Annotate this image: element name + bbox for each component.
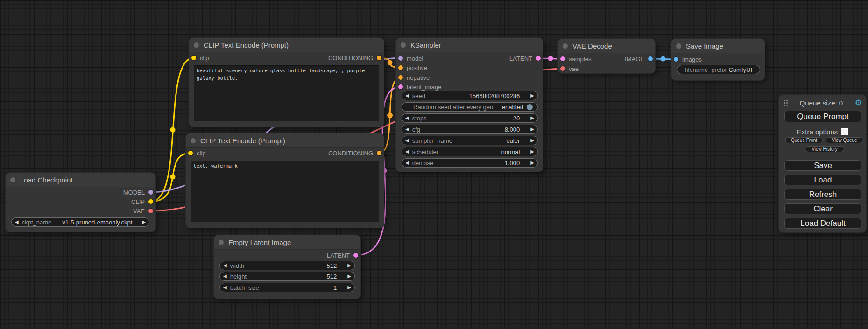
extra-options-checkbox[interactable] bbox=[841, 128, 848, 135]
input-port-negative[interactable]: negative bbox=[398, 74, 430, 81]
conditioning-port-icon[interactable] bbox=[377, 151, 381, 155]
node-title-bar[interactable]: CLIP Text Encode (Prompt) bbox=[186, 133, 384, 148]
clip-port-icon[interactable] bbox=[188, 151, 193, 155]
decrement-arrow-icon[interactable]: ◀ bbox=[402, 93, 412, 98]
seed-widget[interactable]: ◀ seed 156680208700286 ▶ bbox=[402, 91, 538, 100]
clip-port-icon[interactable] bbox=[191, 56, 196, 60]
decrement-arrow-icon[interactable]: ◀ bbox=[220, 274, 230, 279]
input-port-latent-image[interactable]: latent_image bbox=[398, 84, 441, 90]
settings-gear-icon[interactable]: ⚙ bbox=[855, 98, 862, 108]
input-port-positive[interactable]: positive bbox=[398, 64, 427, 71]
refresh-button[interactable]: Refresh bbox=[784, 189, 861, 200]
decrement-arrow-icon[interactable]: ◀ bbox=[402, 127, 412, 132]
widget-label: denoise bbox=[412, 160, 434, 167]
queue-front-button[interactable]: Queue Front bbox=[785, 137, 823, 143]
save-button[interactable]: Save bbox=[784, 160, 861, 171]
queue-prompt-button[interactable]: Queue Prompt bbox=[784, 111, 861, 122]
view-queue-button[interactable]: View Queue bbox=[826, 137, 863, 143]
input-port-clip[interactable]: clip bbox=[191, 55, 209, 61]
input-port-clip[interactable]: clip bbox=[188, 150, 206, 156]
view-history-button[interactable]: View History bbox=[805, 146, 844, 152]
node-title-bar[interactable]: Save Image bbox=[671, 39, 765, 53]
node-title-bar[interactable]: CLIP Text Encode (Prompt) bbox=[189, 38, 384, 52]
latent-port-icon[interactable] bbox=[536, 56, 541, 61]
decrement-arrow-icon[interactable]: ◀ bbox=[220, 285, 230, 290]
ckpt-name-widget[interactable]: ◀ ckpt_name v1-5-pruned-emaonly.ckpt ▶ bbox=[11, 217, 149, 227]
widget-label: filename_prefix bbox=[685, 66, 726, 73]
node-graph-canvas[interactable]: Load Checkpoint MODEL CLIP VAE ◀ ckpt_na… bbox=[0, 0, 868, 329]
prompt-textarea[interactable]: text, watermark bbox=[191, 161, 379, 222]
denoise-widget[interactable]: ◀ denoise 1.000 ▶ bbox=[402, 158, 538, 168]
node-title-bar[interactable]: Load Checkpoint bbox=[6, 173, 155, 187]
widget-label: sampler_name bbox=[412, 137, 452, 144]
increment-arrow-icon[interactable]: ▶ bbox=[527, 149, 537, 154]
conditioning-port-icon[interactable] bbox=[377, 56, 381, 60]
vae-port-icon[interactable] bbox=[148, 209, 153, 213]
cfg-widget[interactable]: ◀ cfg 8.000 ▶ bbox=[402, 125, 538, 134]
vae-port-icon[interactable] bbox=[560, 66, 565, 71]
clear-button[interactable]: Clear bbox=[784, 203, 861, 214]
increment-arrow-icon[interactable]: ▶ bbox=[527, 138, 537, 143]
latent-port-icon[interactable] bbox=[353, 253, 358, 258]
drag-handle-icon[interactable] bbox=[783, 99, 788, 106]
conditioning-port-icon[interactable] bbox=[398, 75, 403, 80]
node-title-bar[interactable]: VAE Decode bbox=[558, 39, 655, 53]
toggle-on-icon[interactable] bbox=[527, 104, 533, 110]
output-port-conditioning[interactable]: CONDITIONING bbox=[328, 55, 381, 61]
collapse-dot-icon[interactable] bbox=[676, 43, 681, 49]
node-title-bar[interactable]: KSampler bbox=[396, 38, 543, 52]
input-port-model[interactable]: model bbox=[398, 55, 423, 62]
filename-prefix-widget[interactable]: filename_prefix ComfyUI bbox=[677, 65, 760, 74]
output-port-vae[interactable]: VAE bbox=[83, 208, 153, 214]
model-port-icon[interactable] bbox=[148, 190, 153, 195]
output-port-latent[interactable]: LATENT bbox=[509, 55, 541, 62]
decrement-arrow-icon[interactable]: ◀ bbox=[220, 263, 230, 268]
random-seed-widget[interactable]: Random seed after every gen enabled bbox=[402, 102, 538, 112]
increment-arrow-icon[interactable]: ▶ bbox=[527, 161, 537, 165]
output-port-model[interactable]: MODEL bbox=[83, 189, 153, 196]
input-port-vae[interactable]: vae bbox=[560, 65, 579, 72]
port-label: clip bbox=[200, 55, 209, 62]
model-port-icon[interactable] bbox=[398, 56, 403, 61]
input-port-samples[interactable]: samples bbox=[560, 56, 591, 62]
latent-port-icon[interactable] bbox=[560, 56, 565, 61]
width-widget[interactable]: ◀ width 512 ▶ bbox=[219, 261, 355, 270]
output-port-conditioning[interactable]: CONDITIONING bbox=[328, 150, 381, 156]
increment-arrow-icon[interactable]: ▶ bbox=[527, 93, 537, 98]
decrement-arrow-icon[interactable]: ◀ bbox=[402, 161, 412, 165]
output-port-image[interactable]: IMAGE bbox=[625, 56, 653, 62]
height-widget[interactable]: ◀ height 512 ▶ bbox=[219, 272, 355, 281]
collapse-dot-icon[interactable] bbox=[219, 240, 224, 245]
batch-size-widget[interactable]: ◀ batch_size 1 ▶ bbox=[219, 283, 355, 292]
decrement-arrow-icon[interactable]: ◀ bbox=[402, 138, 412, 143]
load-button[interactable]: Load bbox=[784, 175, 861, 185]
collapse-dot-icon[interactable] bbox=[563, 43, 568, 49]
scheduler-widget[interactable]: ◀ scheduler normal ▶ bbox=[402, 147, 538, 156]
steps-widget[interactable]: ◀ steps 20 ▶ bbox=[402, 113, 538, 123]
sampler-name-widget[interactable]: ◀ sampler_name euler ▶ bbox=[402, 136, 538, 145]
load-default-button[interactable]: Load Default bbox=[784, 218, 861, 229]
output-port-latent[interactable]: LATENT bbox=[327, 252, 358, 259]
image-port-icon[interactable] bbox=[674, 57, 678, 62]
decrement-arrow-icon[interactable]: ◀ bbox=[402, 149, 412, 154]
collapse-dot-icon[interactable] bbox=[401, 42, 406, 48]
collapse-dot-icon[interactable] bbox=[191, 138, 196, 143]
decrement-arrow-icon[interactable]: ◀ bbox=[402, 116, 412, 120]
conditioning-port-icon[interactable] bbox=[398, 65, 403, 70]
increment-arrow-icon[interactable]: ▶ bbox=[344, 274, 354, 279]
increment-arrow-icon[interactable]: ▶ bbox=[527, 116, 537, 120]
prompt-textarea[interactable]: beautiful scenery nature glass bottle la… bbox=[194, 65, 379, 121]
latent-port-icon[interactable] bbox=[398, 84, 403, 89]
decrement-arrow-icon[interactable]: ◀ bbox=[12, 220, 22, 224]
clip-port-icon[interactable] bbox=[148, 199, 153, 204]
collapse-dot-icon[interactable] bbox=[10, 177, 15, 182]
increment-arrow-icon[interactable]: ▶ bbox=[139, 220, 149, 224]
collapse-dot-icon[interactable] bbox=[194, 42, 199, 48]
input-port-images[interactable]: images bbox=[674, 56, 702, 63]
increment-arrow-icon[interactable]: ▶ bbox=[527, 127, 537, 132]
image-port-icon[interactable] bbox=[648, 56, 653, 61]
increment-arrow-icon[interactable]: ▶ bbox=[344, 263, 354, 268]
node-title-bar[interactable]: Empty Latent Image bbox=[214, 235, 360, 250]
output-port-clip[interactable]: CLIP bbox=[83, 198, 153, 205]
increment-arrow-icon[interactable]: ▶ bbox=[344, 285, 354, 290]
